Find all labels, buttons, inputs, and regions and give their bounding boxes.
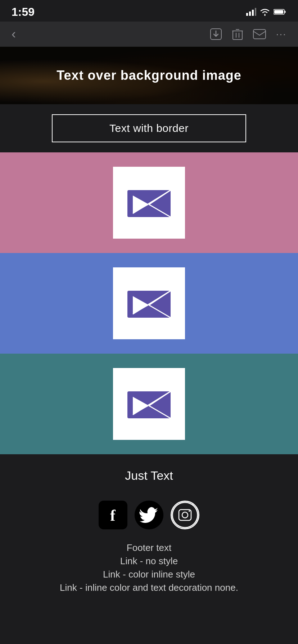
back-button[interactable]: ‹ <box>12 27 16 42</box>
color-block-pink <box>0 152 298 253</box>
email-icon-pink <box>124 183 174 222</box>
trash-icon[interactable] <box>232 28 243 40</box>
email-icon-blue <box>124 284 174 323</box>
just-text-label: Just Text <box>125 469 173 482</box>
svg-rect-5 <box>285 11 286 13</box>
facebook-icon[interactable]: f <box>99 501 127 529</box>
svg-point-31 <box>172 502 198 528</box>
svg-point-34 <box>189 510 190 512</box>
svg-rect-9 <box>253 29 266 39</box>
email-icon-teal <box>124 384 174 424</box>
email-card-blue <box>113 267 185 339</box>
footer-link-color-decoration-none[interactable]: Link - inline color and text decoration … <box>0 582 298 593</box>
instagram-icon[interactable] <box>171 501 199 529</box>
more-button[interactable]: ··· <box>276 28 286 40</box>
signal-icon <box>246 8 256 16</box>
email-card-teal <box>113 368 185 440</box>
svg-rect-0 <box>246 13 248 16</box>
footer-text: Footer text <box>0 542 298 553</box>
text-with-border-section: Text with border <box>10 104 288 142</box>
footer-link-no-style[interactable]: Link - no style <box>0 556 298 567</box>
colored-blocks <box>0 152 298 454</box>
footer-section: Footer text Link - no style Link - color… <box>0 537 298 610</box>
color-block-blue <box>0 253 298 354</box>
svg-text:f: f <box>110 507 116 524</box>
svg-rect-8 <box>233 31 242 40</box>
social-icons: f <box>0 490 298 537</box>
email-card-pink <box>113 167 185 239</box>
text-with-border-box: Text with border <box>52 114 246 142</box>
status-time: 1:59 <box>12 5 35 19</box>
bg-image-section: Text over background image <box>0 47 298 104</box>
just-text-section: Just Text <box>0 454 298 490</box>
svg-rect-3 <box>255 8 256 16</box>
text-with-border-label: Text with border <box>109 122 189 134</box>
wifi-icon <box>260 8 270 16</box>
mail-icon[interactable] <box>253 29 266 39</box>
twitter-icon[interactable] <box>135 501 163 529</box>
main-content: Text with border <box>0 104 298 142</box>
status-bar: 1:59 <box>0 0 298 22</box>
svg-rect-1 <box>249 12 251 16</box>
svg-point-33 <box>182 512 188 518</box>
nav-actions: ··· <box>210 28 286 40</box>
download-icon[interactable] <box>210 28 222 40</box>
svg-rect-6 <box>274 10 283 14</box>
bg-image-text: Text over background image <box>57 68 241 83</box>
svg-rect-2 <box>252 10 254 16</box>
nav-bar: ‹ ··· <box>0 22 298 47</box>
color-block-teal <box>0 354 298 454</box>
status-icons <box>246 8 286 16</box>
footer-link-color-inline[interactable]: Link - color inline style <box>0 569 298 580</box>
battery-icon <box>274 9 286 15</box>
